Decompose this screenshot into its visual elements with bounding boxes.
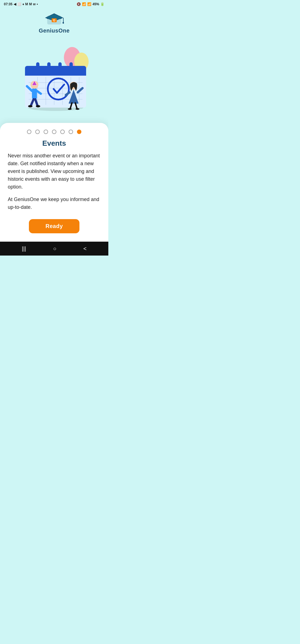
dot-3[interactable] (44, 130, 48, 134)
bluetooth-icon: ♦ (22, 2, 24, 6)
w-icon: w (33, 2, 36, 6)
dot-7[interactable] (77, 130, 81, 134)
logo-area: G GeniusOne (39, 12, 69, 34)
top-section: G GeniusOne (0, 8, 108, 117)
svg-rect-17 (47, 62, 51, 70)
dot-5[interactable] (60, 130, 65, 134)
svg-rect-18 (58, 62, 62, 70)
ready-button[interactable]: Ready (29, 219, 80, 233)
sim-icon: ⬜ (17, 2, 21, 6)
card-description: Never miss another event or an important… (8, 152, 101, 191)
signal-icon: 📶 (87, 2, 91, 6)
nav-bar: ||| ○ < (0, 242, 108, 256)
mute-icon: 🔇 (77, 2, 81, 6)
status-bar: 07:35 ◀ ⬜ ♦ M M w • 🔇 📶 📶 45% 🔋 (0, 0, 108, 8)
card-title: Events (8, 139, 101, 148)
time: 07:35 (4, 2, 12, 6)
mail-icon: M (25, 2, 28, 6)
location-icon: ◀ (14, 2, 16, 6)
home-icon[interactable]: ○ (53, 246, 56, 252)
dot-1[interactable] (27, 130, 31, 134)
dot-icon: • (37, 2, 38, 6)
svg-point-40 (36, 105, 40, 107)
status-right: 🔇 📶 📶 45% 🔋 (77, 2, 104, 6)
svg-rect-31 (32, 88, 37, 99)
page-dots (8, 130, 101, 134)
m-icon: M (29, 2, 32, 6)
recent-apps-icon[interactable]: ||| (22, 246, 26, 252)
back-icon[interactable]: < (83, 246, 87, 252)
card-tagline: At GeniusOne we keep you informed and up… (8, 196, 101, 211)
dot-2[interactable] (35, 130, 40, 134)
wifi-icon: 📶 (82, 2, 86, 6)
calendar-illustration (10, 39, 99, 117)
status-left: 07:35 ◀ ⬜ ♦ M M w • (4, 2, 38, 6)
svg-text:G: G (53, 19, 56, 22)
app-logo-icon: G (44, 12, 64, 27)
svg-rect-16 (36, 62, 39, 70)
dot-4[interactable] (52, 130, 56, 134)
illustration-area (0, 37, 108, 117)
dot-6[interactable] (69, 130, 73, 134)
app-name: GeniusOne (39, 28, 69, 34)
svg-point-39 (28, 105, 32, 107)
battery-icon: 🔋 (100, 2, 104, 6)
battery-text: 45% (92, 2, 99, 6)
bottom-card: Events Never miss another event or an im… (0, 123, 108, 242)
svg-point-46 (68, 108, 72, 110)
svg-rect-19 (69, 62, 73, 70)
svg-rect-15 (25, 71, 86, 76)
svg-point-47 (76, 108, 79, 110)
svg-point-7 (62, 22, 64, 24)
